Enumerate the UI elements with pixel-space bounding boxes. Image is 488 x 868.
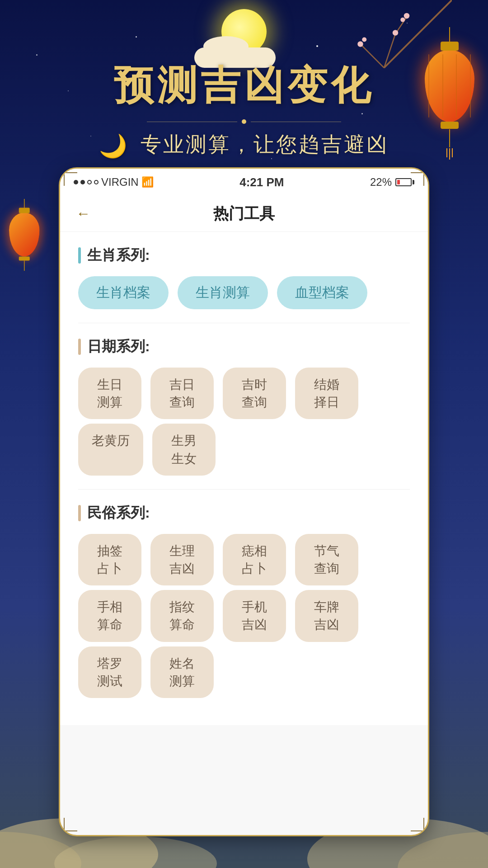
tag-jieqi-chaxun[interactable]: 节气 查询 [295, 534, 358, 585]
signal-dot-4 [94, 180, 99, 184]
status-time: 4:21 PM [239, 175, 284, 189]
back-button[interactable]: ← [74, 203, 97, 224]
divider-1 [78, 323, 410, 323]
tag-shouxiang-suanming[interactable]: 手相 算命 [78, 590, 141, 642]
status-right: 22% [370, 176, 414, 189]
tag-chepai-jixiong[interactable]: 车牌 吉凶 [295, 590, 358, 642]
tags-row-riqi-2: 老黄历 生男 生女 [78, 424, 410, 475]
content-area: 生肖系列: 生肖档案 生肖测算 血型档案 日期系列: 生日 测算 吉日 查询 吉… [60, 232, 428, 725]
tag-shengli-jixiong[interactable]: 生理 吉凶 [150, 534, 214, 585]
tag-laohualili[interactable]: 老黄历 [78, 424, 143, 475]
tags-row-shengxiao: 生肖档案 生肖测算 血型档案 [78, 276, 410, 309]
section-title-minsu: 民俗系列: [87, 503, 150, 523]
svg-point-4 [357, 41, 363, 47]
svg-point-5 [362, 38, 366, 42]
nav-title: 热门工具 [213, 203, 275, 224]
section-title-shengxiao: 生肖系列: [87, 245, 150, 265]
divider-2 [78, 489, 410, 490]
signal-dot-3 [87, 180, 92, 184]
tag-shengri-cesuan[interactable]: 生日 测算 [78, 368, 141, 419]
tag-zhixiang-zhanbu[interactable]: 痣相 占卜 [223, 534, 286, 585]
section-bar-riqi [78, 339, 81, 355]
section-riqi: 日期系列: 生日 测算 吉日 查询 吉时 查询 结婚 择日 老黄历 生男 生女 [78, 337, 410, 476]
main-title: 预测吉凶变化 [0, 59, 488, 113]
corner-br [411, 818, 424, 831]
tag-shengxiao-dangan[interactable]: 生肖档案 [78, 276, 169, 309]
tag-shouji-jixiong[interactable]: 手机 吉凶 [223, 590, 286, 642]
section-bar-minsu [78, 505, 81, 521]
svg-point-8 [400, 18, 405, 22]
section-title-riqi: 日期系列: [87, 337, 150, 357]
tags-row-minsu-1: 抽签 占卜 生理 吉凶 痣相 占卜 节气 查询 [78, 534, 410, 585]
nav-bar: ← 热门工具 [60, 196, 428, 232]
status-left: VIRGIN 📶 [74, 176, 154, 189]
wifi-icon: 📶 [141, 176, 154, 188]
section-shengxiao-header: 生肖系列: [78, 245, 410, 265]
status-bar: VIRGIN 📶 4:21 PM 22% [60, 169, 428, 196]
tag-taluo-ceshi[interactable]: 塔罗 测试 [78, 646, 141, 698]
subtitle: 🌙 专业测算，让您趋吉避凶 [0, 131, 488, 159]
tag-xingming-cesuan[interactable]: 姓名 测算 [150, 646, 214, 698]
tag-xuexing-dangan[interactable]: 血型档案 [277, 276, 367, 309]
title-area: 预测吉凶变化 🌙 专业测算，让您趋吉避凶 [0, 59, 488, 159]
corner-tr [411, 172, 424, 186]
section-bar-shengxiao [78, 247, 81, 264]
tag-shengxiao-cesuan[interactable]: 生肖测算 [178, 276, 268, 309]
tag-jishi-chaxun[interactable]: 吉时 查询 [223, 368, 286, 419]
title-divider [0, 119, 488, 124]
signal-dots [74, 180, 99, 184]
tags-row-minsu-3: 塔罗 测试 姓名 测算 [78, 646, 410, 698]
tags-row-minsu-2: 手相 算命 指纹 算命 手机 吉凶 车牌 吉凶 [78, 590, 410, 642]
section-minsu: 民俗系列: 抽签 占卜 生理 吉凶 痣相 占卜 节气 查询 手相 算命 指纹 算… [78, 503, 410, 698]
corner-bl [64, 818, 77, 831]
section-riqi-header: 日期系列: [78, 337, 410, 357]
tag-jiehun-zeri[interactable]: 结婚 择日 [295, 368, 358, 419]
phone-mockup: VIRGIN 📶 4:21 PM 22% ← 热门工具 生肖系列: [59, 167, 429, 836]
carrier-label: VIRGIN [101, 176, 139, 189]
cloud-icon: 🌙 [99, 133, 129, 159]
section-shengxiao: 生肖系列: 生肖档案 生肖测算 血型档案 [78, 245, 410, 309]
lantern-left [9, 199, 40, 271]
battery-percent: 22% [370, 176, 392, 189]
tags-row-riqi-1: 生日 测算 吉日 查询 吉时 查询 结婚 择日 [78, 368, 410, 419]
svg-point-7 [404, 13, 410, 19]
tag-chouqian-zhanbu[interactable]: 抽签 占卜 [78, 534, 141, 585]
corner-tl [64, 172, 77, 186]
tag-zhiwen-suanming[interactable]: 指纹 算命 [150, 590, 214, 642]
signal-dot-2 [80, 180, 85, 184]
tag-sheng-nan-nv[interactable]: 生男 生女 [152, 424, 216, 475]
svg-point-6 [393, 30, 399, 36]
tag-jiri-chaxun[interactable]: 吉日 查询 [150, 368, 214, 419]
section-minsu-header: 民俗系列: [78, 503, 410, 523]
